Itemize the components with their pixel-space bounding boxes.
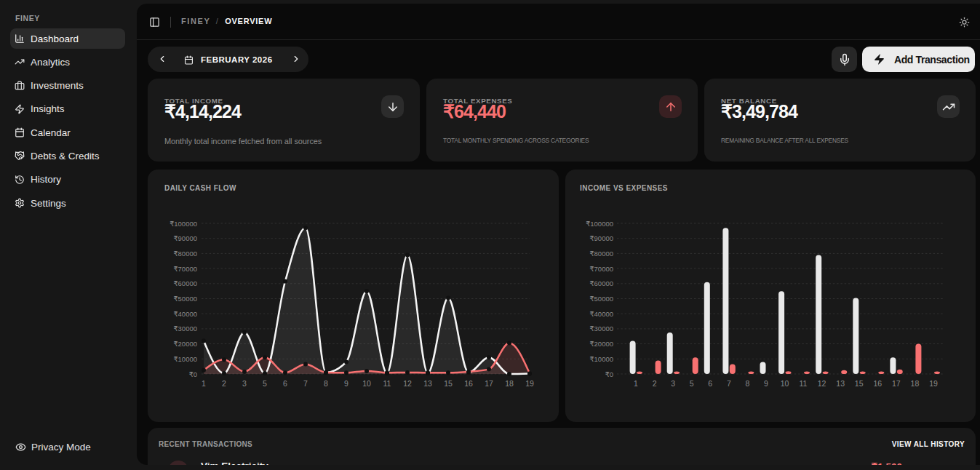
svg-text:5: 5 xyxy=(263,379,267,388)
svg-text:12: 12 xyxy=(403,379,412,388)
svg-text:₹70000: ₹70000 xyxy=(174,265,197,273)
svg-text:1: 1 xyxy=(634,379,638,388)
svg-text:₹30000: ₹30000 xyxy=(590,324,613,332)
svg-text:10: 10 xyxy=(362,379,371,388)
svg-text:₹80000: ₹80000 xyxy=(174,250,197,258)
svg-text:18: 18 xyxy=(911,379,920,388)
svg-text:₹90000: ₹90000 xyxy=(174,234,197,242)
svg-text:18: 18 xyxy=(505,379,514,388)
svg-text:₹50000: ₹50000 xyxy=(174,295,197,303)
svg-text:17: 17 xyxy=(892,379,901,388)
svg-text:₹30000: ₹30000 xyxy=(174,324,197,332)
svg-text:₹80000: ₹80000 xyxy=(590,250,613,258)
svg-text:7: 7 xyxy=(727,379,731,388)
svg-text:7: 7 xyxy=(303,379,308,388)
svg-text:17: 17 xyxy=(485,379,493,388)
svg-text:₹40000: ₹40000 xyxy=(174,310,197,318)
svg-text:8: 8 xyxy=(324,379,328,388)
svg-text:1: 1 xyxy=(202,379,206,388)
svg-text:₹20000: ₹20000 xyxy=(590,340,613,348)
svg-text:15: 15 xyxy=(444,379,453,388)
svg-text:12: 12 xyxy=(818,379,826,388)
svg-text:8: 8 xyxy=(745,379,749,388)
svg-text:10: 10 xyxy=(781,379,789,388)
svg-text:6: 6 xyxy=(708,379,712,388)
svg-text:₹100000: ₹100000 xyxy=(586,220,613,228)
svg-text:6: 6 xyxy=(283,379,287,388)
svg-text:13: 13 xyxy=(836,379,845,388)
svg-text:3: 3 xyxy=(671,379,675,388)
svg-text:₹10000: ₹10000 xyxy=(174,355,197,363)
svg-text:5: 5 xyxy=(690,379,694,388)
svg-text:₹20000: ₹20000 xyxy=(174,340,197,348)
svg-text:9: 9 xyxy=(344,379,348,388)
svg-text:19: 19 xyxy=(525,379,534,388)
svg-text:₹0: ₹0 xyxy=(605,370,613,378)
svg-text:11: 11 xyxy=(800,379,808,388)
svg-text:16: 16 xyxy=(464,379,473,388)
svg-text:13: 13 xyxy=(423,379,432,388)
svg-text:₹90000: ₹90000 xyxy=(590,234,613,242)
svg-text:19: 19 xyxy=(929,379,938,388)
svg-text:₹40000: ₹40000 xyxy=(590,310,613,318)
svg-text:₹100000: ₹100000 xyxy=(170,220,197,228)
svg-text:9: 9 xyxy=(764,379,768,388)
svg-text:2: 2 xyxy=(222,379,226,388)
svg-text:₹0: ₹0 xyxy=(189,370,197,378)
svg-text:₹70000: ₹70000 xyxy=(590,265,613,273)
svg-text:3: 3 xyxy=(242,379,247,388)
svg-text:₹60000: ₹60000 xyxy=(174,279,197,287)
svg-text:₹50000: ₹50000 xyxy=(590,295,613,303)
svg-text:2: 2 xyxy=(653,379,657,388)
svg-text:₹10000: ₹10000 xyxy=(590,355,613,363)
svg-text:11: 11 xyxy=(383,379,391,388)
svg-text:16: 16 xyxy=(873,379,882,388)
svg-text:15: 15 xyxy=(855,379,864,388)
svg-text:₹60000: ₹60000 xyxy=(590,279,613,287)
